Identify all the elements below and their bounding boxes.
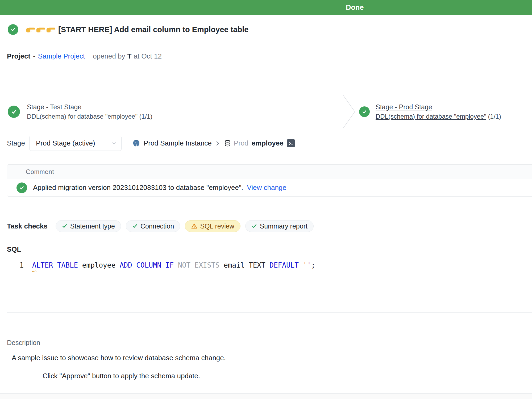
- sql-warning-squiggle-icon: [32, 270, 37, 272]
- description-paragraph: Click "Approve" button to apply the sche…: [43, 372, 532, 380]
- task-check-pill-label: Connection: [140, 222, 174, 230]
- task-check-pill-label: Summary report: [260, 222, 307, 230]
- database-breadcrumb: Prod Sample Instance Prod employee: [132, 139, 295, 147]
- sql-token: NOT EXISTS: [178, 261, 224, 269]
- issue-title-row: [START HERE] Add email column to Employe…: [0, 15, 532, 44]
- sql-token: ALTER TABLE: [32, 261, 82, 269]
- stage-pipeline: Stage - Test Stage DDL(schema) for datab…: [0, 95, 532, 128]
- opened-at-text: at Oct 12: [134, 52, 162, 60]
- project-section: Project - Sample Project opened by T at …: [0, 44, 532, 95]
- sql-token: ADD COLUMN IF: [120, 261, 178, 269]
- project-separator: -: [33, 52, 35, 60]
- section-divider: [0, 324, 532, 324]
- issue-detail-page: Done [START HERE] Add email column to Em…: [0, 0, 532, 399]
- status-banner: Done: [0, 0, 532, 15]
- task-check-pills: Statement typeConnectionSQL reviewSummar…: [56, 220, 314, 232]
- section-divider: [0, 209, 532, 209]
- instance-link[interactable]: Prod Sample Instance: [144, 139, 212, 147]
- chevron-down-icon: [111, 140, 117, 146]
- stage-title-link[interactable]: Stage - Prod Stage: [376, 103, 501, 111]
- task-check-pill-label: Statement type: [70, 222, 115, 230]
- point-right-icon: [36, 26, 45, 33]
- sql-token: employee: [82, 261, 120, 269]
- stage-test-stage[interactable]: Stage - Test Stage DDL(schema) for datab…: [8, 95, 152, 128]
- stage-select[interactable]: Prod Stage (active): [29, 136, 122, 151]
- comment-row: Applied migration version 20231012083103…: [7, 179, 532, 196]
- issue-creator: T: [127, 52, 132, 60]
- sql-token: DEFAULT: [269, 261, 303, 269]
- postgresql-icon: [132, 139, 140, 147]
- check-icon: [132, 223, 138, 229]
- sql-token: email TEXT: [224, 261, 269, 269]
- task-check-pill[interactable]: Connection: [126, 220, 180, 232]
- sql-token: ;: [311, 261, 315, 269]
- sql-line-number: 1: [7, 261, 24, 269]
- comment-header: Comment: [7, 165, 532, 179]
- comment-success-check-icon: [16, 182, 27, 193]
- stage-picker-row: Stage Prod Stage (active) Prod Sample In…: [0, 136, 532, 151]
- stage-success-check-icon: [359, 106, 370, 117]
- task-check-pill[interactable]: Summary report: [245, 220, 314, 232]
- sql-statement: ALTER TABLE employee ADD COLUMN IF NOT E…: [32, 261, 315, 269]
- point-right-icon: [26, 26, 35, 33]
- environment-label: Prod: [234, 139, 248, 147]
- footer-strip: [0, 394, 532, 399]
- stage-separator-chevron: [343, 95, 356, 128]
- chevron-right-icon: [215, 140, 221, 147]
- issue-done-check-icon: [8, 24, 18, 35]
- sql-token: '': [303, 261, 311, 269]
- stage-task-summary: DDL(schema) for database "employee" (1/1…: [27, 113, 152, 120]
- point-right-icon: [46, 26, 56, 33]
- sql-editor-button[interactable]: [287, 139, 295, 147]
- database-link[interactable]: employee: [252, 139, 284, 147]
- task-checks-label: Task checks: [7, 222, 48, 230]
- issue-title: [START HERE] Add email column to Employe…: [58, 25, 248, 34]
- description-paragraph: A sample issue to showcase how to review…: [12, 354, 532, 362]
- stage-picker-label: Stage: [7, 139, 29, 147]
- stage-title: Stage - Test Stage: [27, 103, 152, 111]
- task-check-pill-label: SQL review: [200, 222, 234, 230]
- check-icon: [62, 223, 68, 229]
- description-label: Description: [0, 339, 532, 347]
- warning-triangle-icon: [191, 223, 197, 229]
- stage-success-check-icon: [8, 106, 20, 118]
- stage-select-value: Prod Stage (active): [36, 139, 111, 147]
- stage-task-count: (1/1): [486, 113, 501, 120]
- opened-by-text: opened by: [93, 52, 125, 60]
- task-check-pill[interactable]: Statement type: [56, 220, 121, 232]
- task-check-pill[interactable]: SQL review: [185, 220, 240, 232]
- comment-message: Applied migration version 20231012083103…: [33, 184, 243, 192]
- project-label: Project: [7, 52, 30, 60]
- check-icon: [251, 223, 257, 229]
- pointing-right-emoji-icons: [26, 26, 56, 33]
- sql-section-label: SQL: [0, 245, 532, 253]
- task-checks-row: Task checks Statement typeConnectionSQL …: [0, 220, 532, 232]
- sql-statement-viewer: 1 ALTER TABLE employee ADD COLUMN IF NOT…: [7, 255, 532, 313]
- database-icon: [224, 140, 231, 147]
- stage-task-link[interactable]: DDL(schema) for database "employee": [376, 113, 486, 120]
- comment-panel: Comment Applied migration version 202310…: [7, 164, 532, 197]
- view-change-link[interactable]: View change: [247, 184, 286, 192]
- status-label: Done: [346, 0, 364, 15]
- terminal-icon: [288, 140, 294, 146]
- project-link[interactable]: Sample Project: [38, 52, 85, 60]
- stage-prod-stage[interactable]: Stage - Prod Stage DDL(schema) for datab…: [359, 95, 501, 128]
